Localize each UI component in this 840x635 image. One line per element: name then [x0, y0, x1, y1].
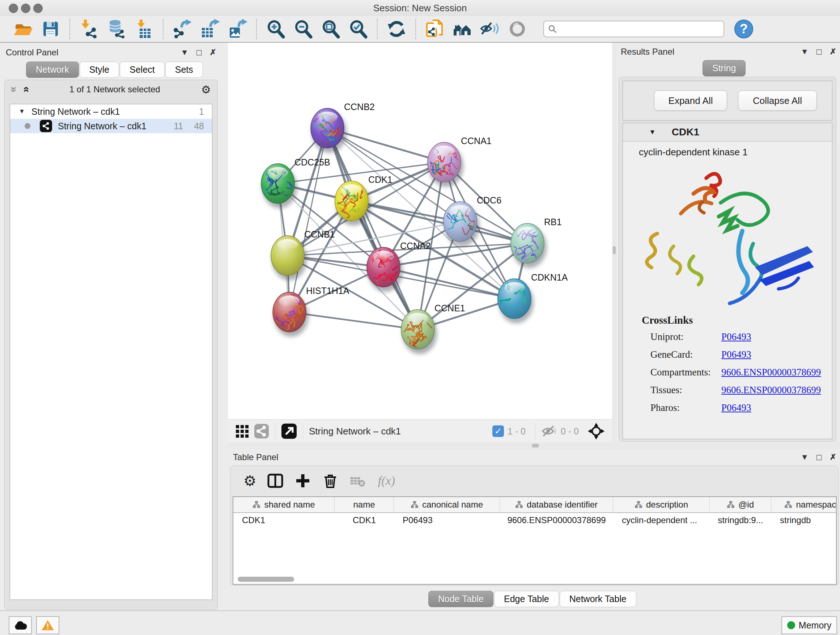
crosslink-link[interactable]: P06493: [722, 402, 752, 413]
expand-all-button[interactable]: Expand All: [654, 90, 727, 111]
cell-name[interactable]: CDK1: [335, 515, 394, 525]
expand-all-networks-icon[interactable]: »: [22, 87, 29, 93]
column-header-namespace[interactable]: namespace: [771, 497, 837, 512]
crosslink-link[interactable]: P06493: [722, 331, 752, 342]
cell-namespace[interactable]: stringdb: [771, 515, 837, 525]
network-options-gear-icon[interactable]: ⚙: [201, 83, 211, 96]
control-panel-float-icon[interactable]: □: [196, 48, 202, 57]
tab-node-table[interactable]: Node Table: [428, 591, 493, 607]
collapse-all-button[interactable]: Collapse All: [738, 90, 817, 111]
horizontal-splitter[interactable]: [228, 442, 840, 449]
edge-CCNB2-CCNE1[interactable]: [327, 128, 418, 329]
grid-view-icon[interactable]: [235, 424, 250, 439]
cell-database-identifier[interactable]: 9606.ENSP00000378699: [500, 515, 613, 525]
import-table-icon[interactable]: [134, 19, 154, 39]
export-image-icon[interactable]: [227, 19, 248, 39]
edge-CCNB2-HIST1H1A[interactable]: [289, 128, 327, 312]
zoom-in-icon[interactable]: [265, 19, 286, 39]
toolbar-search: [543, 21, 724, 37]
cell-shared-name[interactable]: CDK1: [233, 515, 335, 525]
tab-string-results[interactable]: String: [703, 60, 745, 76]
refresh-icon[interactable]: [386, 19, 407, 39]
warnings-button[interactable]: [36, 616, 59, 634]
network-view-share-icon[interactable]: [254, 424, 269, 439]
tab-network-table[interactable]: Network Table: [560, 591, 636, 607]
tab-select[interactable]: Select: [120, 62, 164, 78]
node-CCNA1[interactable]: CCNA1: [420, 136, 491, 187]
gene-section-expander-icon[interactable]: ▼: [649, 128, 656, 136]
cloud-status-button[interactable]: [9, 616, 32, 634]
show-lens-icon[interactable]: [507, 19, 527, 39]
column-header-label: canonical name: [422, 500, 483, 510]
node-CCNB1[interactable]: CCNB1: [271, 229, 335, 280]
table-panel-float-icon[interactable]: □: [816, 452, 822, 462]
table-options-gear-icon[interactable]: ⚙: [243, 472, 256, 489]
network-canvas[interactable]: CCNB2CCNA1CDC25BCDK1CDC6RB1CCNB1CCNA2CDK…: [228, 43, 612, 419]
cell-canonical-name[interactable]: P06493: [394, 515, 500, 525]
export-table-icon[interactable]: [200, 19, 220, 39]
results-panel-close-icon[interactable]: ✗: [830, 47, 836, 57]
selected-count-checkbox[interactable]: ✓: [493, 425, 504, 437]
open-session-icon[interactable]: [13, 19, 33, 39]
results-panel-menu-icon[interactable]: ▼: [801, 47, 808, 57]
tab-network[interactable]: Network: [26, 62, 79, 78]
clone-network-icon[interactable]: [425, 19, 445, 39]
column-header-canonical-name[interactable]: canonical name: [394, 497, 500, 512]
control-panel-menu-icon[interactable]: ▼: [180, 48, 188, 57]
crosslink-link[interactable]: 9606.ENSP00000378699: [722, 367, 821, 378]
zoom-fit-icon[interactable]: [321, 19, 341, 39]
import-network-icon[interactable]: [79, 19, 99, 39]
splitter-handle[interactable]: [532, 444, 539, 448]
tab-style[interactable]: Style: [80, 62, 119, 78]
table-horizontal-scrollbar[interactable]: [238, 577, 294, 582]
crosslink-row: Compartments:9606.ENSP00000378699: [642, 367, 821, 378]
control-panel-close-icon[interactable]: ✗: [210, 48, 216, 57]
save-session-icon[interactable]: [41, 19, 61, 39]
hide-glass-eye-icon[interactable]: [480, 19, 500, 39]
edge-HIST1H1A-CCNE1[interactable]: [289, 312, 418, 329]
table-panel-close-icon[interactable]: ✗: [830, 453, 836, 462]
cell--id[interactable]: stringdb:9...: [710, 515, 771, 525]
string-home-icon[interactable]: [452, 19, 472, 39]
export-network-icon[interactable]: [172, 19, 193, 39]
namespace-icon: [253, 501, 261, 509]
crosslink-label: Uniprot:: [651, 331, 722, 342]
tab-edge-table[interactable]: Edge Table: [494, 591, 559, 607]
memory-button[interactable]: Memory: [782, 616, 837, 634]
network-row-selected[interactable]: String Network – cdk1 11 48: [10, 119, 212, 133]
memory-label: Memory: [799, 620, 831, 631]
node-CDC6[interactable]: CDC6: [444, 195, 501, 246]
column-header-shared-name[interactable]: shared name: [233, 497, 335, 512]
node-CCNB2[interactable]: CCNB2: [309, 102, 375, 153]
node-HIST1H1A[interactable]: HIST1H1A: [273, 286, 349, 337]
help-icon[interactable]: ?: [734, 19, 754, 39]
cell-description[interactable]: cyclin-dependent ...: [613, 515, 710, 525]
column-header-database-identifier[interactable]: database identifier: [500, 497, 613, 512]
import-network-from-database-icon[interactable]: [106, 19, 126, 39]
birdseye-crosshair-icon[interactable]: [587, 423, 605, 440]
tab-sets[interactable]: Sets: [165, 62, 203, 78]
network-collection-row[interactable]: ▼ String Network – cdk1 1: [10, 104, 212, 119]
column-header--id[interactable]: @id: [710, 497, 771, 512]
zoom-selected-icon[interactable]: [348, 19, 368, 39]
show-columns-icon[interactable]: [267, 473, 283, 489]
table-panel-menu-icon[interactable]: ▼: [801, 453, 808, 462]
results-panel-float-icon[interactable]: □: [816, 47, 822, 57]
node-CDC25B[interactable]: CDC25B: [261, 157, 330, 208]
collection-expander-icon[interactable]: ▼: [19, 108, 25, 115]
splitter-handle[interactable]: [613, 246, 616, 254]
node-CDK1[interactable]: CDK1: [333, 174, 392, 226]
column-header-name[interactable]: name: [335, 497, 394, 512]
delete-column-icon[interactable]: [322, 473, 338, 489]
vertical-splitter[interactable]: [612, 43, 616, 442]
crosslink-link[interactable]: P06493: [722, 349, 752, 360]
node-RB1[interactable]: RB1: [509, 217, 562, 268]
search-input[interactable]: [543, 21, 724, 37]
crosslink-link[interactable]: 9606.ENSP00000378699: [722, 385, 821, 396]
collapse-all-networks-icon[interactable]: »: [11, 87, 18, 93]
crosslink-row: Tissues:9606.ENSP00000378699: [642, 385, 821, 396]
add-column-icon[interactable]: [295, 473, 311, 489]
detach-view-icon[interactable]: [281, 423, 297, 439]
column-header-description[interactable]: description: [613, 497, 710, 512]
zoom-out-icon[interactable]: [293, 19, 313, 39]
